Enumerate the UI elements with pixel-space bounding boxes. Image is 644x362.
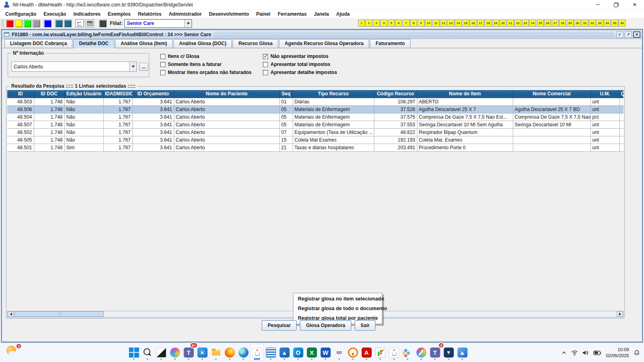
- table-cell[interactable]: [513, 128, 590, 136]
- toolbar-grip[interactable]: [1, 19, 4, 27]
- table-row[interactable]: 48.5071.748Não1.7673.641Carlos Aberto05M…: [7, 121, 623, 128]
- table-cell[interactable]: 48.506: [7, 105, 34, 113]
- table-cell[interactable]: 3.641: [132, 121, 174, 128]
- table-cell[interactable]: 1.748: [34, 144, 64, 151]
- table-cell[interactable]: Compressa De Gaze 7,5 X 7,5 Nao Est...: [417, 113, 513, 121]
- checkbox-row[interactable]: Itens c/ Glosa: [160, 53, 252, 59]
- table-cell[interactable]: 48.501: [7, 144, 34, 151]
- table-cell[interactable]: 1.748: [34, 121, 64, 128]
- menu-item[interactable]: Exemplos: [104, 10, 134, 18]
- menu-item[interactable]: Ferramentas: [274, 10, 310, 18]
- context-menu-item[interactable]: Registrar glosa de todo o documento: [293, 304, 382, 313]
- action-button[interactable]: Glosa Operadora: [300, 320, 351, 331]
- photos-icon[interactable]: ▲: [456, 344, 469, 361]
- table-cell[interactable]: 37.553: [374, 121, 417, 128]
- table-cell[interactable]: [513, 98, 590, 105]
- table-cell[interactable]: Carlos Aberto: [174, 121, 279, 128]
- table-cell[interactable]: 1.748: [34, 98, 64, 105]
- numbered-button[interactable]: 9: [418, 20, 425, 27]
- numbered-button[interactable]: 28: [559, 20, 566, 27]
- table-cell[interactable]: Carlos Aberto: [174, 128, 279, 136]
- table-cell[interactable]: unt: [590, 144, 619, 151]
- numbered-button[interactable]: 36: [619, 20, 625, 27]
- table-cell[interactable]: Procedimento Porte 0: [417, 144, 513, 151]
- table-cell[interactable]: Não: [64, 128, 103, 136]
- numbered-button[interactable]: 3: [373, 20, 380, 27]
- wifi-icon[interactable]: [571, 350, 578, 356]
- table-row[interactable]: 48.5021.748Não1.7673.641Carlos Aberto07E…: [7, 128, 623, 136]
- checkbox-row[interactable]: Somente itens a faturar: [160, 62, 252, 67]
- table-cell[interactable]: Não: [64, 113, 103, 121]
- numbered-button[interactable]: 24: [529, 20, 536, 27]
- table-cell[interactable]: Seringa Descartavel 10 Ml Sem Agulha: [417, 121, 513, 128]
- weather-widget-icon[interactable]: 3: [6, 345, 19, 358]
- numbered-button[interactable]: 26: [544, 20, 551, 27]
- contrast-app-icon[interactable]: [155, 344, 168, 361]
- table-cell[interactable]: 3.641: [132, 98, 174, 105]
- numbered-button[interactable]: 21: [507, 20, 514, 27]
- tab[interactable]: Faturamento: [370, 39, 411, 48]
- window-grid-icon[interactable]: [85, 19, 94, 27]
- volume-icon[interactable]: [582, 350, 589, 356]
- table-cell[interactable]: 3.641: [132, 113, 174, 121]
- table-cell[interactable]: [619, 128, 623, 136]
- edge-icon[interactable]: [237, 344, 250, 361]
- table-cell[interactable]: [513, 144, 590, 151]
- column-header[interactable]: Nome do Paciente: [174, 90, 279, 98]
- column-header[interactable]: Tipo Recurso: [293, 90, 374, 98]
- table-cell[interactable]: unt: [590, 128, 619, 136]
- frame-maximize-button[interactable]: [625, 31, 632, 38]
- color-swatch-button[interactable]: [24, 20, 31, 27]
- table-cell[interactable]: Materiais de Enfermagem: [293, 113, 374, 121]
- table-cell[interactable]: [619, 136, 623, 144]
- numbered-button[interactable]: 23: [522, 20, 529, 27]
- tree-view-icon[interactable]: [75, 19, 84, 27]
- checkbox[interactable]: [160, 62, 165, 67]
- table-cell[interactable]: 1.748: [34, 105, 64, 113]
- outlook-icon[interactable]: O: [291, 344, 305, 361]
- taskbar-clock[interactable]: 10:09 02/05/2025: [606, 347, 629, 359]
- table-cell[interactable]: Carlos Aberto: [174, 105, 279, 113]
- action-button[interactable]: Sair: [355, 320, 376, 331]
- notepad-icon[interactable]: [264, 344, 278, 361]
- menu-item[interactable]: Configuração: [2, 10, 40, 18]
- checkbox-row[interactable]: Não apresentar impostos: [263, 53, 337, 59]
- tab[interactable]: Detalhe DOC: [73, 39, 114, 48]
- numbered-button[interactable]: 19: [492, 20, 499, 27]
- table-cell[interactable]: 37.526: [374, 105, 417, 113]
- table-cell[interactable]: ABERTO: [417, 98, 513, 105]
- openvpn-icon[interactable]: [346, 344, 360, 361]
- browse-more-button[interactable]: ...: [139, 63, 148, 71]
- table-cell[interactable]: Não: [64, 98, 103, 105]
- column-header[interactable]: Q: [619, 90, 623, 98]
- copilot-icon[interactable]: [168, 344, 182, 361]
- numbered-button[interactable]: 33: [597, 20, 603, 27]
- table-cell[interactable]: Compressa De Gaze 7,5 X 7,5 Nao E...: [513, 113, 590, 121]
- teams-icon[interactable]: T3: [428, 344, 442, 361]
- checkbox[interactable]: [263, 70, 268, 75]
- table-cell[interactable]: pct: [590, 113, 619, 121]
- numbered-button[interactable]: 11: [433, 20, 440, 27]
- column-header[interactable]: Nome Comercial: [513, 90, 590, 98]
- tray-chevron-up-icon[interactable]: [561, 350, 567, 356]
- minimize-button[interactable]: [588, 0, 607, 10]
- table-cell[interactable]: [619, 113, 623, 121]
- column-header[interactable]: Edição Usuário: [64, 90, 103, 98]
- table-cell[interactable]: Agulha Descartavel 25 X 7 BD: [513, 105, 590, 113]
- numbered-button[interactable]: 27: [552, 20, 559, 27]
- numbered-button[interactable]: 25: [537, 20, 544, 27]
- java-setup-icon[interactable]: [387, 344, 401, 361]
- teams-icon[interactable]: T9+: [182, 344, 196, 361]
- acrobat-icon[interactable]: A: [360, 344, 374, 361]
- table-cell[interactable]: Equipamentos (Taxa de Utilização ...: [293, 128, 374, 136]
- table-cell[interactable]: [619, 98, 623, 105]
- table-row[interactable]: 48.5051.748Não1.7673.641Carlos Aberto15C…: [7, 136, 623, 144]
- table-cell[interactable]: 1.767: [103, 144, 132, 151]
- color-swatch-button[interactable]: [55, 20, 63, 27]
- action-button[interactable]: Pesquisar: [262, 320, 297, 331]
- checkbox[interactable]: [263, 54, 268, 59]
- table-cell[interactable]: 203.491: [374, 144, 417, 151]
- numbered-button[interactable]: 32: [589, 20, 596, 27]
- table-cell[interactable]: Respirador Bipap Quantum: [417, 128, 513, 136]
- table-cell[interactable]: 48.507: [7, 121, 34, 128]
